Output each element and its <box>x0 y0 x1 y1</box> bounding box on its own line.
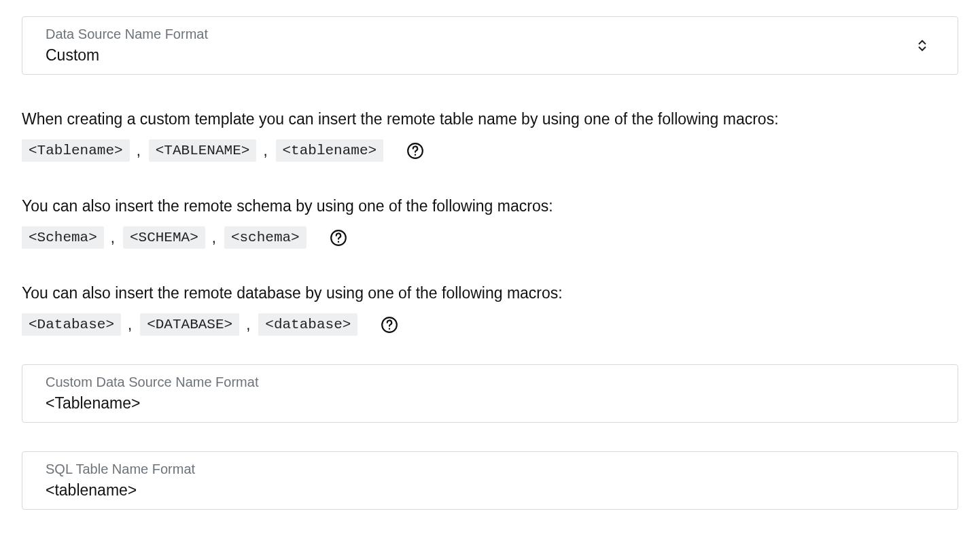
macro-schema-upper: <SCHEMA> <box>123 226 205 249</box>
macro-schema-capital: <Schema> <box>22 226 104 249</box>
help-icon[interactable] <box>330 229 347 247</box>
svg-point-1 <box>415 154 416 155</box>
database-macro-line: <Database> , <DATABASE> , <database> <box>22 313 958 336</box>
macro-database-capital: <Database> <box>22 313 121 336</box>
macro-separator: , <box>246 316 250 334</box>
database-intro: You can also insert the remote database … <box>22 284 958 302</box>
macro-schema-lower: <schema> <box>224 226 307 249</box>
macro-separator: , <box>263 142 267 160</box>
tablename-macro-line: <Tablename> , <TABLENAME> , <tablename> <box>22 139 958 162</box>
help-icon[interactable] <box>381 316 398 334</box>
tablename-intro: When creating a custom template you can … <box>22 110 958 128</box>
macro-tablename-capital: <Tablename> <box>22 139 130 162</box>
help-icon[interactable] <box>406 142 424 160</box>
schema-macros-section: You can also insert the remote schema by… <box>22 197 958 249</box>
database-macros-section: You can also insert the remote database … <box>22 284 958 336</box>
sql-table-name-format-label: SQL Table Name Format <box>46 461 943 477</box>
macro-tablename-upper: <TABLENAME> <box>149 139 257 162</box>
svg-point-3 <box>338 241 339 242</box>
select-updown-icon <box>918 39 926 52</box>
sql-table-name-format-value: <tablename> <box>46 481 943 500</box>
custom-data-source-name-format-value: <Tablename> <box>46 394 943 413</box>
data-source-name-format-select[interactable]: Data Source Name Format Custom <box>22 16 958 75</box>
schema-macro-line: <Schema> , <SCHEMA> , <schema> <box>22 226 958 249</box>
schema-intro: You can also insert the remote schema by… <box>22 197 958 215</box>
macro-database-upper: <DATABASE> <box>140 313 239 336</box>
macro-separator: , <box>111 229 115 247</box>
macro-tablename-lower: <tablename> <box>276 139 384 162</box>
macro-separator: , <box>212 229 216 247</box>
macro-separator: , <box>137 142 141 160</box>
data-source-name-format-label: Data Source Name Format <box>46 27 933 42</box>
svg-point-5 <box>389 328 390 329</box>
custom-data-source-name-format-input[interactable]: Custom Data Source Name Format <Tablenam… <box>22 364 958 423</box>
sql-table-name-format-input[interactable]: SQL Table Name Format <tablename> <box>22 451 958 510</box>
custom-data-source-name-format-label: Custom Data Source Name Format <box>46 374 943 390</box>
macro-separator: , <box>128 316 132 334</box>
tablename-macros-section: When creating a custom template you can … <box>22 110 958 162</box>
data-source-name-format-value: Custom <box>46 46 933 65</box>
macro-database-lower: <database> <box>258 313 357 336</box>
